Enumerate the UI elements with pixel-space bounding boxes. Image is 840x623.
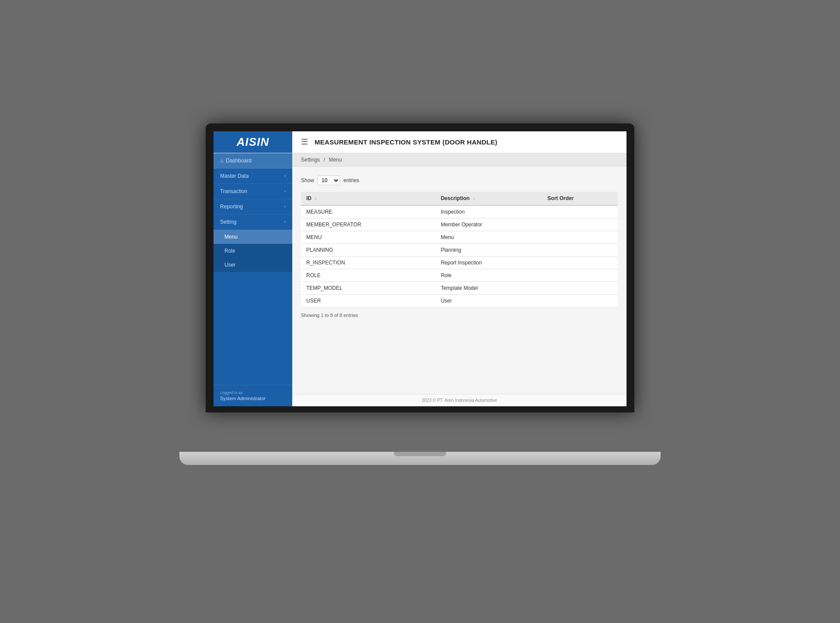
cell-id: MEMBER_OPERATOR bbox=[301, 218, 435, 231]
cell-id: R_INSPECTION bbox=[301, 256, 435, 269]
show-entries: Show 10 25 50 100 entries bbox=[301, 176, 618, 185]
laptop-base bbox=[179, 452, 661, 465]
cell-sort-order bbox=[542, 269, 618, 282]
sidebar-item-dashboard[interactable]: ⌂ Dashboard bbox=[214, 153, 292, 169]
cell-sort-order bbox=[542, 243, 618, 256]
chevron-right-icon: › bbox=[284, 173, 286, 178]
cell-id: TEMP_MODEL bbox=[301, 282, 435, 294]
cell-description: Inspection bbox=[435, 205, 542, 218]
sidebar-nav: ⌂ Dashboard Master Data › Transaction › bbox=[214, 153, 292, 272]
col-id-label: ID bbox=[306, 195, 312, 201]
cell-sort-order bbox=[542, 282, 618, 294]
sidebar-item-transaction[interactable]: Transaction › bbox=[214, 184, 292, 199]
copyright: 2023 © PT. Aisin Indonesia Automotive bbox=[422, 398, 497, 403]
cell-description: User bbox=[435, 294, 542, 307]
table-row: R_INSPECTION Report Inspection bbox=[301, 256, 618, 269]
cell-sort-order bbox=[542, 218, 618, 231]
content-area: Settings / Menu Show 10 25 50 bbox=[292, 153, 626, 406]
sidebar-item-master-data[interactable]: Master Data › bbox=[214, 169, 292, 184]
cell-sort-order bbox=[542, 256, 618, 269]
chevron-right-icon: › bbox=[284, 204, 286, 209]
sidebar-dashboard-label: Dashboard bbox=[226, 158, 286, 164]
col-description-label: Description bbox=[441, 195, 469, 201]
cell-id: PLANNING bbox=[301, 243, 435, 256]
chevron-right-icon: › bbox=[284, 219, 286, 224]
sort-icon-id: ↕ bbox=[315, 196, 317, 201]
sidebar-masterdata-label: Master Data bbox=[220, 173, 248, 179]
entries-label: entries bbox=[343, 177, 359, 183]
table-body: MEASURE Inspection MEMBER_OPERATOR Membe… bbox=[301, 205, 618, 307]
logo: AISIN bbox=[237, 135, 269, 149]
col-sort-order[interactable]: Sort Order bbox=[542, 192, 618, 205]
col-description[interactable]: Description ↕ bbox=[435, 192, 542, 205]
logged-as-label: Logged in as: bbox=[220, 391, 286, 395]
sidebar-item-setting[interactable]: Setting › bbox=[214, 215, 292, 230]
entries-select[interactable]: 10 25 50 100 bbox=[318, 176, 340, 185]
page-footer: 2023 © PT. Aisin Indonesia Automotive bbox=[292, 394, 626, 406]
laptop-notch bbox=[394, 452, 446, 456]
app-title: MEASUREMENT INSPECTION SYSTEM (DOOR HAND… bbox=[315, 138, 497, 146]
sidebar-subitem-menu[interactable]: Menu bbox=[214, 230, 292, 244]
show-label: Show bbox=[301, 177, 314, 183]
cell-description: Member Operator bbox=[435, 218, 542, 231]
admin-name: System Administrator bbox=[220, 396, 286, 401]
sort-icon-description: ↕ bbox=[473, 196, 475, 201]
subitem-role-label: Role bbox=[224, 248, 235, 254]
logo-area: AISIN bbox=[214, 131, 292, 153]
breadcrumb-current: Menu bbox=[329, 157, 342, 163]
laptop-wrapper: AISIN ☰ MEASUREMENT INSPECTION SYSTEM (D… bbox=[179, 123, 661, 465]
subitem-user-label: User bbox=[224, 262, 235, 268]
cell-id: USER bbox=[301, 294, 435, 307]
table-footer: Showing 1 to 8 of 8 entries bbox=[301, 313, 618, 318]
sidebar-footer: Logged in as: System Administrator bbox=[214, 385, 292, 406]
hamburger-icon[interactable]: ☰ bbox=[301, 137, 308, 147]
table-row: TEMP_MODEL Template Model bbox=[301, 282, 618, 294]
main-content: ⌂ Dashboard Master Data › Transaction › bbox=[214, 153, 626, 406]
cell-id: MEASURE bbox=[301, 205, 435, 218]
table-row: MEMBER_OPERATOR Member Operator bbox=[301, 218, 618, 231]
cell-description: Template Model bbox=[435, 282, 542, 294]
sidebar-reporting-label: Reporting bbox=[220, 204, 243, 210]
header-right: ☰ MEASUREMENT INSPECTION SYSTEM (DOOR HA… bbox=[292, 137, 626, 147]
dashboard-icon: ⌂ bbox=[220, 158, 223, 164]
col-sortorder-label: Sort Order bbox=[547, 195, 574, 201]
cell-description: Planning bbox=[435, 243, 542, 256]
table-summary: Showing 1 to 8 of 8 entries bbox=[301, 313, 358, 318]
table-row: MEASURE Inspection bbox=[301, 205, 618, 218]
cell-sort-order bbox=[542, 231, 618, 243]
table-header-row: ID ↕ Description ↕ Sort Order bbox=[301, 192, 618, 205]
app-header: AISIN ☰ MEASUREMENT INSPECTION SYSTEM (D… bbox=[214, 131, 626, 153]
cell-id: MENU bbox=[301, 231, 435, 243]
breadcrumb-separator: / bbox=[324, 157, 325, 163]
cell-sort-order bbox=[542, 294, 618, 307]
col-id[interactable]: ID ↕ bbox=[301, 192, 435, 205]
table-row: USER User bbox=[301, 294, 618, 307]
sidebar-item-reporting[interactable]: Reporting › bbox=[214, 199, 292, 215]
sidebar-subitem-user[interactable]: User bbox=[214, 258, 292, 272]
cell-description: Menu bbox=[435, 231, 542, 243]
sidebar-subitem-role[interactable]: Role bbox=[214, 244, 292, 258]
cell-description: Report Inspection bbox=[435, 256, 542, 269]
breadcrumb: Settings / Menu bbox=[292, 153, 626, 167]
screen-bezel: AISIN ☰ MEASUREMENT INSPECTION SYSTEM (D… bbox=[206, 123, 634, 412]
sidebar-setting-label: Setting bbox=[220, 219, 236, 225]
chevron-right-icon: › bbox=[284, 189, 286, 194]
cell-description: Role bbox=[435, 269, 542, 282]
page-content: Show 10 25 50 100 entries bbox=[292, 167, 626, 394]
sidebar: ⌂ Dashboard Master Data › Transaction › bbox=[214, 153, 292, 406]
cell-sort-order bbox=[542, 205, 618, 218]
subitem-menu-label: Menu bbox=[224, 234, 238, 240]
screen: AISIN ☰ MEASUREMENT INSPECTION SYSTEM (D… bbox=[214, 131, 626, 406]
table-row: MENU Menu bbox=[301, 231, 618, 243]
cell-id: ROLE bbox=[301, 269, 435, 282]
data-table: ID ↕ Description ↕ Sort Order bbox=[301, 192, 618, 307]
sidebar-transaction-label: Transaction bbox=[220, 188, 247, 194]
table-row: ROLE Role bbox=[301, 269, 618, 282]
table-row: PLANNING Planning bbox=[301, 243, 618, 256]
breadcrumb-parent: Settings bbox=[301, 157, 320, 163]
